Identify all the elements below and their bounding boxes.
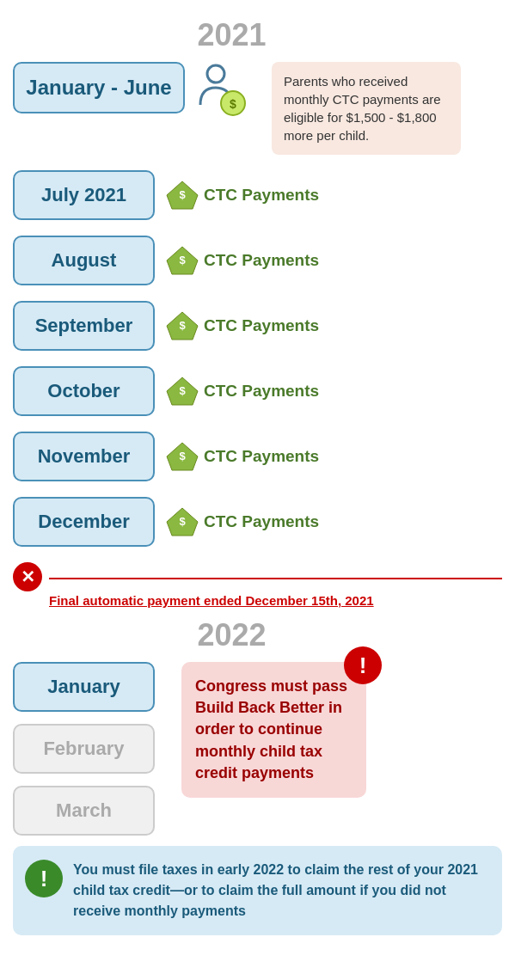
september-ctc: $ CTC Payments: [155, 310, 319, 341]
month-row-september: September $ CTC Payments: [13, 301, 502, 351]
july-ctc: $ CTC Payments: [155, 180, 319, 211]
august-button: August: [13, 236, 155, 285]
svg-text:$: $: [230, 97, 236, 111]
jan-june-button: January - June: [13, 62, 185, 113]
bottom-warning-text: You must file taxes in early 2022 to cla…: [73, 860, 490, 922]
jan-june-row: January - June $ Parents who received mo…: [13, 62, 502, 155]
congress-message-container: ! Congress must pass Build Back Better i…: [169, 662, 366, 798]
x-icon: ✕: [13, 562, 42, 591]
divider-line: [49, 578, 502, 579]
november-ctc: $ CTC Payments: [155, 441, 319, 472]
bottom-warning-box: ! You must file taxes in early 2022 to c…: [13, 846, 502, 935]
november-ctc-label: CTC Payments: [204, 447, 319, 466]
january-2022-button: January: [13, 662, 155, 712]
december-ctc-label: CTC Payments: [204, 512, 319, 531]
person-money-icon: $: [185, 62, 259, 122]
svg-point-0: [207, 65, 224, 83]
july-ctc-label: CTC Payments: [204, 186, 319, 205]
october-button: October: [13, 366, 155, 416]
december-button: December: [13, 497, 155, 547]
svg-text:$: $: [179, 384, 186, 397]
december-ctc: $ CTC Payments: [155, 506, 319, 537]
february-2022-button: February: [13, 724, 155, 774]
svg-text:$: $: [179, 450, 186, 462]
divider-text: Final automatic payment ended December 1…: [49, 593, 374, 608]
month-row-november: November $ CTC Payments: [13, 432, 502, 481]
month-row-march-2022: March: [13, 786, 155, 836]
september-button: September: [13, 301, 155, 351]
year-2021-label: 2021: [0, 17, 502, 53]
red-exclamation-icon: !: [344, 646, 382, 684]
svg-text:$: $: [179, 319, 186, 332]
september-ctc-label: CTC Payments: [204, 316, 319, 335]
month-row-october: October $ CTC Payments: [13, 366, 502, 416]
svg-text:$: $: [179, 515, 186, 528]
green-exclamation-icon: !: [25, 860, 63, 897]
svg-text:$: $: [179, 188, 186, 201]
month-row-august: August $ CTC Payments: [13, 236, 502, 285]
jan-june-info-box: Parents who received monthly CTC payment…: [272, 62, 461, 155]
july-button: July 2021: [13, 170, 155, 220]
months-2022-list: January February March: [13, 662, 155, 836]
year-2022-label: 2022: [0, 617, 502, 653]
october-ctc-label: CTC Payments: [204, 382, 319, 401]
congress-box: ! Congress must pass Build Back Better i…: [181, 662, 366, 798]
month-row-february-2022: February: [13, 724, 155, 774]
october-ctc: $ CTC Payments: [155, 376, 319, 407]
svg-text:$: $: [179, 254, 186, 266]
divider-text-container: Final automatic payment ended December 1…: [49, 593, 502, 609]
months-2021-list: July 2021 $ CTC Payments August $ CTC Pa…: [13, 170, 502, 547]
divider-row: ✕: [13, 562, 502, 591]
november-button: November: [13, 432, 155, 481]
congress-message-text: Congress must pass Build Back Better in …: [195, 677, 347, 781]
august-ctc: $ CTC Payments: [155, 245, 319, 276]
august-ctc-label: CTC Payments: [204, 251, 319, 270]
months-2022-section: January February March ! Congress must p…: [13, 662, 502, 836]
march-2022-button: March: [13, 786, 155, 836]
month-row-december: December $ CTC Payments: [13, 497, 502, 547]
jan-june-info-text: Parents who received monthly CTC payment…: [284, 74, 441, 143]
month-row-july: July 2021 $ CTC Payments: [13, 170, 502, 220]
month-row-january-2022: January: [13, 662, 155, 712]
main-container: 2021 January - June $ Parents who receiv…: [0, 0, 515, 952]
